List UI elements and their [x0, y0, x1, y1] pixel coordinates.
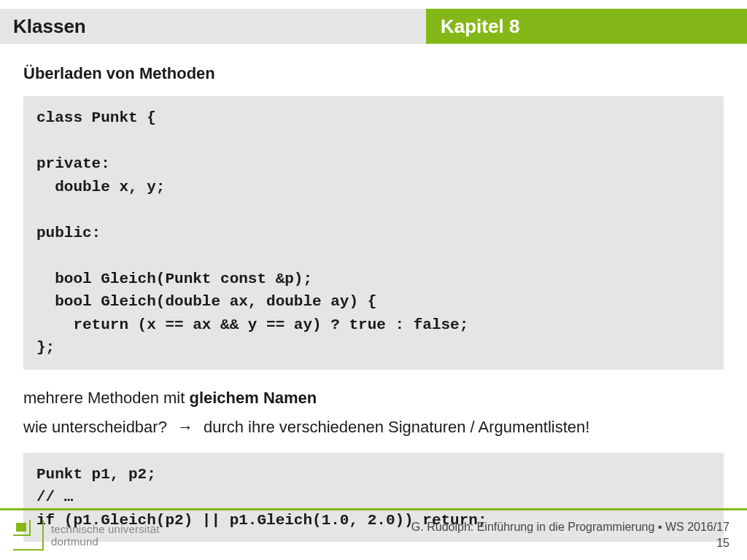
text-line-2: wie unterscheidbar? → durch ihre verschi… [23, 415, 724, 440]
content-area: Überladen von Methoden class Punkt { pri… [0, 44, 747, 542]
page-number: 15 [411, 535, 729, 551]
uni-line-1: technische universität [51, 523, 160, 535]
text-line-1a: mehrere Methoden mit [23, 389, 189, 407]
text-line-2b: durch ihre verschiedenen Signaturen / Ar… [204, 415, 590, 440]
code-block-1: class Punkt { private: double x, y; publ… [23, 96, 724, 370]
logo-area: technische universität dortmund [13, 520, 160, 551]
tu-logo-icon [13, 520, 44, 551]
header-title-right: Kapitel 8 [426, 9, 747, 44]
footer: technische universität dortmund G. Rudol… [0, 510, 747, 560]
text-line-1: mehrere Methoden mit gleichem Namen [23, 386, 724, 411]
footer-author-course: G. Rudolph: Einführung in die Programmie… [411, 519, 729, 535]
header-bar: Klassen Kapitel 8 [0, 9, 747, 44]
slide-subtitle: Überladen von Methoden [23, 64, 724, 83]
text-line-1b: gleichem Namen [189, 389, 317, 407]
uni-line-2: dortmund [51, 535, 160, 548]
arrow-icon: → [177, 415, 193, 440]
university-name: technische universität dortmund [51, 523, 160, 548]
text-line-2a: wie unterscheidbar? [23, 415, 167, 440]
header-title-left: Klassen [0, 9, 426, 44]
footer-meta: G. Rudolph: Einführung in die Programmie… [411, 519, 729, 551]
